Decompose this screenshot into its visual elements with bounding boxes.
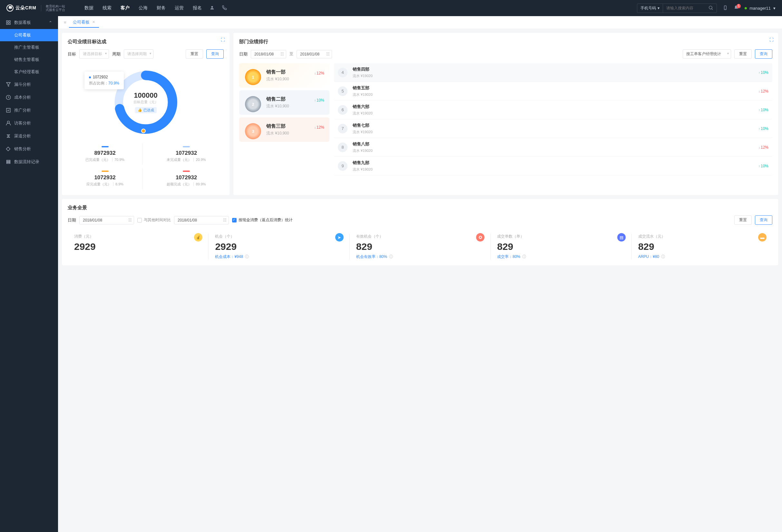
reset-button[interactable]: 重置 (734, 215, 752, 225)
chart-tooltip: 1072932 所占比例：70.9% (84, 72, 124, 89)
sidebar-item[interactable]: 漏斗分析 (0, 78, 58, 91)
logo: 云朵CRM 教育机构一站 式服务云平台 (6, 4, 65, 11)
expand-icon[interactable]: ⛶ (770, 37, 774, 42)
rank-top-card: 2销售二部流水 ¥10,900↑10% (239, 90, 329, 115)
svg-rect-4 (6, 21, 8, 22)
nav-item[interactable]: 运营 (175, 5, 184, 11)
donut-total: 100000 (134, 91, 157, 100)
stat-item: 1072932未完成量（元）20.9% (149, 143, 224, 165)
card-title: 公司业绩目标达成 (68, 39, 224, 45)
close-icon[interactable]: ✕ (92, 20, 95, 24)
overview-metric: 💰消费（元）2929 (68, 234, 209, 259)
info-icon[interactable]: ⓘ (245, 254, 249, 259)
tab-bar: ≡ 公司看板 ✕ (58, 16, 782, 29)
nav-item[interactable]: 财务 (157, 5, 166, 11)
overview-metric: ▤成交单数（单）829成交率：80% ⓘ (491, 234, 632, 259)
status-achieved: 👍已达成 (135, 107, 157, 113)
stat-item: 1072932超额完成（元）89.9% (149, 168, 224, 189)
date-from[interactable]: 2018/01/08 (251, 50, 286, 58)
menu-toggle-icon[interactable]: ≡ (64, 20, 66, 25)
metric-icon: ▬ (758, 233, 767, 242)
query-button[interactable]: 查询 (206, 49, 224, 59)
main: ≡ 公司看板 ✕ ⛶ 公司业绩目标达成 目标 请选择目标 周期 请选择周期 重置… (58, 16, 782, 532)
rank-top-card: 3销售三部流水 ¥10,900↓12% (239, 117, 329, 142)
overview-date1[interactable]: 2018/01/08 (79, 216, 134, 224)
stat-item: 1072932应完成量（元）8.9% (68, 168, 142, 189)
rank-row: 7销售七部流水 ¥19020↑10% (334, 119, 772, 138)
svg-rect-7 (9, 23, 10, 25)
search-input[interactable] (663, 4, 705, 12)
donut-chart: 100000 目标总量（元） 👍已达成 1072932 所占比例：70.9% (110, 67, 181, 138)
notif-badge: 5 (737, 4, 741, 8)
nav-item[interactable]: 报名 (193, 5, 202, 11)
svg-point-1 (709, 6, 712, 9)
overview-metric: ▬成交流水（元）829ARPU：¥80 ⓘ (632, 234, 772, 259)
search-icon[interactable] (705, 5, 717, 11)
metric-icon: ✪ (476, 233, 485, 242)
sidebar-group-dashboards[interactable]: 数据看板 ⌃ (0, 16, 58, 29)
target-achievement-card: ⛶ 公司业绩目标达成 目标 请选择目标 周期 请选择周期 重置 查询 (62, 33, 229, 195)
rank-row: 5销售五部流水 ¥19020↓12% (334, 82, 772, 101)
sidebar-child[interactable]: 公司看板 (0, 29, 58, 41)
sidebar: 数据看板 ⌃ 公司看板推广主管看板销售主管看板客户经理看板 漏斗分析成本分析推广… (0, 16, 58, 532)
svg-rect-5 (9, 21, 10, 22)
metric-icon: ➤ (335, 233, 344, 242)
period-select[interactable]: 请选择周期 (124, 49, 153, 59)
chevron-up-icon: ⌃ (49, 20, 52, 25)
rank-row: 8销售八部流水 ¥19020↓12% (334, 138, 772, 157)
expand-icon[interactable]: ⛶ (221, 37, 225, 42)
svg-rect-6 (6, 23, 8, 25)
stat-by-select[interactable]: 按工单客户经理统计 (683, 49, 731, 59)
metric-icon: 💰 (194, 233, 203, 242)
sidebar-item[interactable]: 渠道分析 (0, 130, 58, 143)
sidebar-child[interactable]: 销售主管看板 (0, 54, 58, 66)
app-header: 云朵CRM 教育机构一站 式服务云平台 数据线索客户公海财务运营报名 手机号码▾… (0, 0, 782, 16)
sidebar-child[interactable]: 推广主管看板 (0, 41, 58, 54)
sidebar-item[interactable]: 成本分析 (0, 91, 58, 104)
sidebar-item[interactable]: 销售分析 (0, 143, 58, 155)
nav-item[interactable]: 客户 (120, 5, 130, 11)
date-to[interactable]: 2018/01/08 (296, 50, 332, 58)
top-nav: 数据线索客户公海财务运营报名 (84, 5, 202, 11)
rank-row: 6销售六部流水 ¥19020↑10% (334, 101, 772, 119)
rank-row: 4销售四部流水 ¥19020↑10% (334, 63, 772, 82)
target-select[interactable]: 请选择目标 (79, 49, 109, 59)
reset-button[interactable]: 重置 (734, 49, 752, 59)
overview-metric: ➤机会（个）2929机会成本：¥948 ⓘ (209, 234, 349, 259)
cash-stat-checkbox[interactable]: 按现金消费（返点后消费）统计 (232, 217, 293, 223)
sidebar-item[interactable]: 访客分析 (0, 117, 58, 130)
period-label: 周期 (112, 51, 120, 57)
nav-item[interactable]: 公海 (139, 5, 148, 11)
metric-icon: ▤ (617, 233, 626, 242)
svg-point-0 (211, 6, 213, 7)
info-icon[interactable]: ⓘ (522, 254, 526, 259)
sidebar-item[interactable]: 数据流转记录 (0, 155, 58, 168)
logo-icon (6, 4, 13, 11)
search-type-select[interactable]: 手机号码▾ (637, 4, 663, 12)
sidebar-child[interactable]: 客户经理看板 (0, 66, 58, 78)
mobile-icon[interactable] (723, 5, 728, 11)
global-search: 手机号码▾ (637, 4, 717, 13)
sidebar-item[interactable]: 推广分析 (0, 104, 58, 117)
tab-company-board[interactable]: 公司看板 ✕ (69, 17, 99, 28)
reset-button[interactable]: 重置 (186, 49, 203, 59)
nav-item[interactable]: 数据 (84, 5, 94, 11)
overview-date2[interactable]: 2018/01/08 (174, 216, 229, 224)
card-title: 部门业绩排行 (239, 39, 772, 45)
logo-text: 云朵CRM (15, 5, 36, 11)
bell-icon[interactable]: 5 (734, 5, 739, 11)
compare-checkbox[interactable]: 与其他时间对比 (137, 217, 171, 223)
dept-ranking-card: ⛶ 部门业绩排行 日期 2018/01/08 至 2018/01/08 按工单客… (234, 33, 778, 195)
phone-icon[interactable] (222, 5, 227, 11)
info-icon[interactable]: ⓘ (389, 254, 393, 259)
card-title: 业务全景 (68, 205, 772, 211)
overview-metric: ✪有效机会（个）829机会有效率：80% ⓘ (350, 234, 491, 259)
overview-card: 业务全景 日期 2018/01/08 与其他时间对比 2018/01/08 按现… (62, 199, 778, 265)
info-icon[interactable]: ⓘ (661, 254, 665, 259)
nav-item[interactable]: 线索 (103, 5, 111, 11)
query-button[interactable]: 查询 (755, 215, 772, 225)
query-button[interactable]: 查询 (755, 49, 772, 59)
user-menu[interactable]: manager11 ▾ (745, 6, 776, 11)
user-icon[interactable] (210, 5, 215, 11)
stat-item: 8972932已完成量（元）70.9% (68, 143, 142, 165)
